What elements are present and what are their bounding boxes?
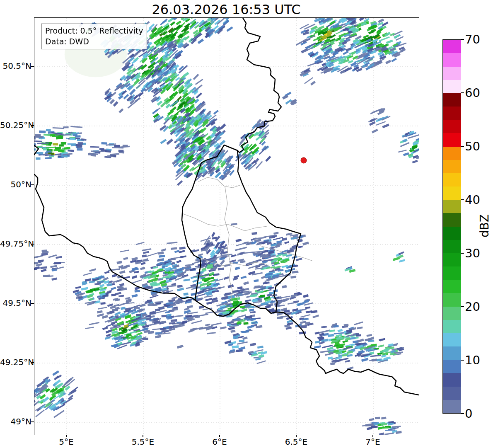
y-tick-mark bbox=[31, 184, 34, 185]
y-tick-label: 50.25°N bbox=[0, 120, 31, 130]
y-tick-mark bbox=[31, 125, 34, 126]
colorbar-level-60dbz bbox=[443, 80, 461, 93]
colorbar-level-45dbz bbox=[443, 160, 461, 173]
colorbar-tick-label: 50 bbox=[465, 139, 494, 153]
colorbar-tick-mark bbox=[461, 146, 464, 147]
colorbar-tick-mark bbox=[461, 306, 464, 307]
x-tick-label: 6.5°E bbox=[276, 437, 317, 447]
colorbar-level-65dbz bbox=[443, 53, 461, 66]
colorbar-unit-label: dBZ bbox=[478, 208, 492, 243]
colorbar-level-22.5dbz bbox=[443, 280, 461, 293]
colorbar-tick-label: 60 bbox=[465, 86, 494, 100]
colorbar-level-35dbz bbox=[443, 213, 461, 226]
colorbar-level-47.5dbz bbox=[443, 147, 461, 160]
colorbar-level-27.5dbz bbox=[443, 253, 461, 266]
colorbar-tick-label: 0 bbox=[465, 407, 494, 421]
colorbar-level-0dbz bbox=[443, 400, 461, 413]
product-info-box: Product: 0.5° Reflectivity Data: DWD bbox=[41, 24, 147, 49]
colorbar-level-2.5dbz bbox=[443, 387, 461, 400]
colorbar-level-50dbz bbox=[443, 133, 461, 146]
colorbar-tick-mark bbox=[461, 413, 464, 414]
colorbar-tick-mark bbox=[461, 199, 464, 200]
colorbar-level-67.5dbz bbox=[443, 40, 461, 53]
y-tick-mark bbox=[31, 66, 34, 67]
y-tick-mark bbox=[31, 303, 34, 304]
colorbar-level-15dbz bbox=[443, 320, 461, 333]
product-line: Product: 0.5° Reflectivity bbox=[45, 25, 143, 36]
colorbar-level-42.5dbz bbox=[443, 173, 461, 186]
x-tick-mark bbox=[296, 435, 297, 437]
colorbar-level-10dbz bbox=[443, 346, 461, 360]
colorbar-tick-label: 70 bbox=[465, 32, 494, 46]
x-tick-label: 5°E bbox=[46, 437, 87, 447]
y-tick-mark bbox=[31, 244, 34, 245]
y-tick-label: 50°N bbox=[0, 179, 31, 189]
colorbar-tick-mark bbox=[461, 92, 464, 93]
colorbar-tick-label: 20 bbox=[465, 300, 494, 314]
x-tick-mark bbox=[372, 435, 373, 437]
y-tick-label: 49°N bbox=[0, 417, 31, 426]
colorbar-level-12.5dbz bbox=[443, 333, 461, 346]
colorbar-level-57.5dbz bbox=[443, 93, 461, 107]
x-tick-label: 7°E bbox=[352, 437, 394, 447]
colorbar-level-20dbz bbox=[443, 293, 461, 306]
y-tick-mark bbox=[31, 362, 34, 363]
radar-map-canvas bbox=[34, 18, 419, 435]
radar-figure: 26.03.2026 16:53 UTC Product: 0.5° Refle… bbox=[0, 0, 498, 448]
colorbar-level-52.5dbz bbox=[443, 120, 461, 133]
x-tick-label: 5.5°E bbox=[122, 437, 164, 447]
x-tick-mark bbox=[143, 435, 143, 437]
colorbar-level-7.5dbz bbox=[443, 360, 461, 373]
x-tick-label: 6°E bbox=[199, 437, 240, 447]
y-tick-label: 50.5°N bbox=[0, 61, 31, 71]
x-tick-mark bbox=[219, 435, 220, 437]
figure-title: 26.03.2026 16:53 UTC bbox=[34, 2, 418, 17]
y-tick-label: 49.5°N bbox=[0, 298, 31, 308]
colorbar-tick-label: 40 bbox=[465, 193, 494, 207]
colorbar-level-40dbz bbox=[443, 186, 461, 200]
colorbar-tick-mark bbox=[461, 253, 464, 254]
colorbar-level-55dbz bbox=[443, 107, 461, 120]
colorbar-level-62.5dbz bbox=[443, 67, 461, 80]
colorbar-level-37.5dbz bbox=[443, 200, 461, 213]
colorbar-level-30dbz bbox=[443, 240, 461, 253]
y-tick-mark bbox=[31, 421, 34, 422]
colorbar-level-25dbz bbox=[443, 266, 461, 280]
colorbar-level-32.5dbz bbox=[443, 227, 461, 240]
x-tick-mark bbox=[66, 435, 67, 437]
colorbar-tick-mark bbox=[461, 39, 464, 40]
colorbar-level-17.5dbz bbox=[443, 307, 461, 320]
colorbar-tick-label: 10 bbox=[465, 353, 494, 367]
y-tick-label: 49.75°N bbox=[0, 239, 31, 249]
y-tick-label: 49.25°N bbox=[0, 357, 31, 367]
colorbar-tick-mark bbox=[461, 360, 464, 361]
colorbar bbox=[442, 39, 461, 414]
colorbar-tick-label: 30 bbox=[465, 246, 494, 260]
colorbar-level-5dbz bbox=[443, 373, 461, 386]
map-plot: Product: 0.5° Reflectivity Data: DWD bbox=[34, 17, 419, 435]
data-source-line: Data: DWD bbox=[45, 36, 143, 47]
